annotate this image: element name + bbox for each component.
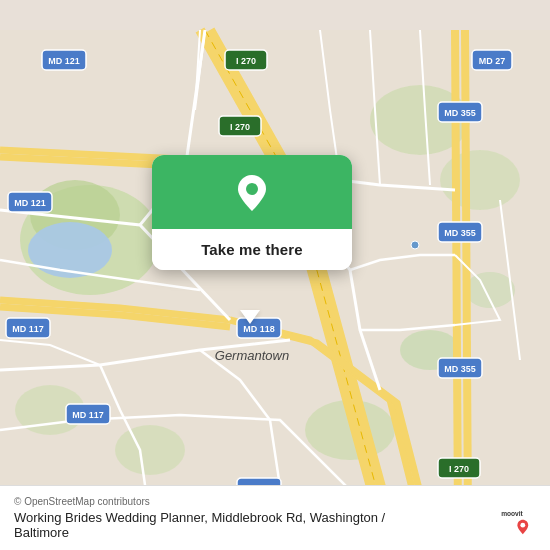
svg-text:MD 355: MD 355 — [444, 108, 476, 118]
svg-point-42 — [520, 523, 525, 528]
map-background: MD 121 I 270 MD 27 I 270 MD 355 MD 121 M… — [0, 0, 550, 550]
svg-text:MD 117: MD 117 — [72, 410, 104, 420]
popup-card: Take me there — [152, 155, 352, 270]
svg-text:MD 355: MD 355 — [444, 364, 476, 374]
popup-tail — [240, 310, 260, 324]
svg-text:MD 121: MD 121 — [14, 198, 46, 208]
svg-text:moovit: moovit — [501, 510, 523, 517]
svg-point-7 — [115, 425, 185, 475]
take-me-there-button[interactable]: Take me there — [152, 229, 352, 270]
svg-text:I 270: I 270 — [236, 56, 256, 66]
moovit-logo: moovit — [500, 500, 536, 536]
svg-text:MD 27: MD 27 — [479, 56, 506, 66]
svg-point-38 — [411, 241, 419, 249]
copyright-text: © OpenStreetMap contributors — [14, 496, 414, 507]
svg-text:MD 118: MD 118 — [243, 324, 275, 334]
svg-text:I 270: I 270 — [449, 464, 469, 474]
bottom-left: © OpenStreetMap contributors Working Bri… — [14, 496, 414, 540]
svg-point-10 — [465, 272, 515, 308]
map-container: MD 121 I 270 MD 27 I 270 MD 355 MD 121 M… — [0, 0, 550, 550]
svg-text:MD 117: MD 117 — [12, 324, 44, 334]
moovit-icon: moovit — [500, 500, 536, 536]
svg-text:I 270: I 270 — [230, 122, 250, 132]
svg-text:Germantown: Germantown — [215, 348, 289, 363]
svg-point-3 — [28, 222, 112, 278]
svg-text:MD 121: MD 121 — [48, 56, 80, 66]
location-pin-icon — [230, 171, 274, 215]
popup-green-area — [152, 155, 352, 229]
location-text: Working Brides Wedding Planner, Middlebr… — [14, 510, 414, 540]
svg-text:MD 355: MD 355 — [444, 228, 476, 238]
svg-point-40 — [246, 183, 258, 195]
bottom-bar: © OpenStreetMap contributors Working Bri… — [0, 485, 550, 550]
